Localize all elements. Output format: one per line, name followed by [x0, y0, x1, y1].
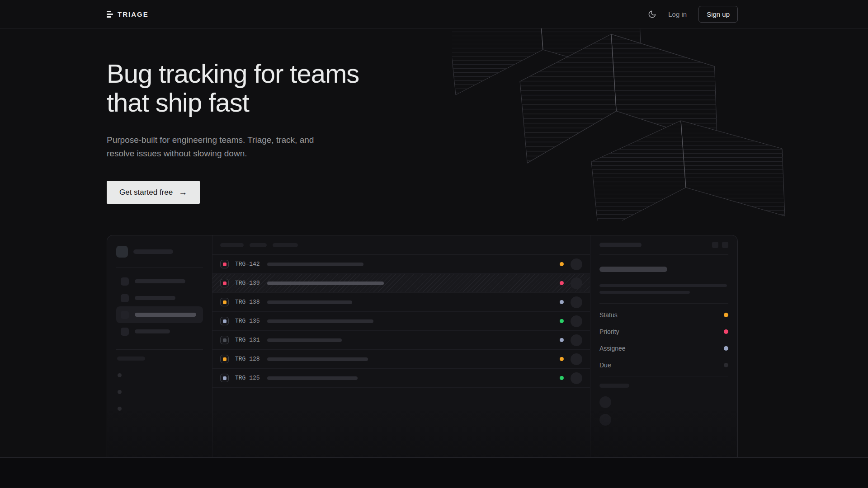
property-label: Priority — [599, 328, 619, 335]
hero-title-line2: that ship fast — [107, 88, 249, 117]
issue-avatar — [571, 372, 582, 384]
sidebar-dot-skeleton — [118, 407, 122, 411]
issue-row: TRG–142 — [212, 255, 590, 274]
issue-avatar — [571, 296, 582, 308]
brand-name: TRIAGE — [118, 10, 149, 18]
issue-status-dot — [560, 300, 564, 304]
issue-avatar — [571, 258, 582, 270]
get-started-label: Get started free — [119, 188, 173, 197]
issue-type-icon — [220, 279, 229, 287]
arrow-right-icon: → — [179, 188, 187, 197]
issue-status-dot — [560, 376, 564, 380]
detail-property-row: Assignee — [599, 340, 728, 357]
detail-issue-title-skeleton — [599, 267, 667, 272]
issue-title-skeleton — [267, 263, 363, 266]
detail-action-button-skeleton — [712, 242, 718, 248]
sidebar-logo-bar — [133, 249, 173, 254]
mockup-sidebar — [107, 235, 212, 458]
issue-status-dot — [560, 338, 564, 342]
hero-subtitle-line2: resolve issues without slowing down. — [107, 149, 247, 158]
divider — [599, 303, 728, 304]
issue-row: TRG–125 — [212, 369, 590, 388]
issue-status-dot — [560, 262, 564, 266]
issue-list: TRG–142 TRG–139 TRG–138 TRG–135 TRG–131 — [212, 235, 590, 458]
divider — [116, 267, 203, 267]
landing-page: TRIAGE Log in Sign up — [0, 0, 868, 488]
tab-skeleton — [273, 243, 298, 247]
issue-status-dot — [560, 357, 564, 361]
divider — [599, 376, 728, 376]
issue-title-skeleton — [267, 319, 373, 323]
hero-subtitle: Purpose-built for engineering teams. Tri… — [107, 133, 738, 160]
issue-id: TRG–142 — [235, 261, 261, 267]
issue-id: TRG–125 — [235, 375, 261, 381]
moon-icon — [648, 10, 656, 19]
sidebar-menu-skeleton — [116, 273, 203, 340]
issue-list-tabs-skeleton — [212, 235, 590, 255]
signup-button[interactable]: Sign up — [698, 6, 738, 23]
app-mockup: TRG–142 TRG–139 TRG–138 TRG–135 TRG–131 — [107, 235, 738, 458]
issue-row: TRG–138 — [212, 293, 590, 312]
issue-detail-panel: Status Priority Assignee Due — [590, 235, 737, 458]
sidebar-item-skeleton — [116, 290, 203, 306]
issue-title-skeleton — [267, 282, 384, 285]
issue-id: TRG–135 — [235, 318, 261, 324]
hero-subtitle-line1: Purpose-built for engineering teams. Tri… — [107, 135, 314, 145]
page-footer — [0, 458, 868, 488]
issue-type-icon — [220, 260, 229, 268]
issue-avatar — [571, 277, 582, 289]
property-value-dot — [724, 363, 728, 367]
divider — [116, 349, 203, 350]
issue-title-skeleton — [267, 338, 342, 342]
login-link[interactable]: Log in — [668, 10, 687, 18]
property-value-dot — [724, 313, 728, 317]
issue-row: TRG–131 — [212, 331, 590, 350]
issue-id: TRG–128 — [235, 356, 261, 362]
sidebar-logo-square — [116, 246, 128, 258]
issue-row: TRG–139 — [212, 274, 590, 293]
sidebar-item-skeleton — [116, 273, 203, 290]
tab-skeleton — [250, 243, 267, 247]
property-value-dot — [724, 346, 728, 351]
brand[interactable]: TRIAGE — [107, 10, 149, 18]
sidebar-section-label-skeleton — [117, 357, 145, 361]
triage-logo-icon — [107, 11, 113, 18]
issue-id: TRG–138 — [235, 299, 261, 305]
hero-title-line1: Bug tracking for teams — [107, 59, 359, 88]
issue-title-skeleton — [267, 357, 368, 361]
sidebar-logo-skeleton — [116, 246, 203, 258]
issue-avatar — [571, 334, 582, 346]
issue-row: TRG–128 — [212, 350, 590, 369]
hero-title: Bug tracking for teams that ship fast — [107, 59, 738, 117]
issue-status-dot — [560, 281, 564, 285]
detail-properties: Status Priority Assignee Due — [599, 306, 728, 373]
issue-row: TRG–135 — [212, 312, 590, 331]
detail-property-row: Status — [599, 306, 728, 323]
theme-toggle-button[interactable] — [648, 10, 656, 19]
detail-avatar-skeleton — [599, 414, 611, 426]
detail-action-button-skeleton — [722, 242, 728, 248]
issue-title-skeleton — [267, 376, 358, 380]
detail-property-row: Priority — [599, 323, 728, 340]
property-value-dot — [724, 329, 728, 334]
issue-avatar — [571, 353, 582, 365]
issue-title-skeleton — [267, 300, 352, 304]
issue-type-icon — [220, 298, 229, 306]
issue-type-icon — [220, 336, 229, 344]
detail-title-bar-skeleton — [599, 243, 642, 247]
issue-type-icon — [220, 374, 229, 382]
get-started-button[interactable]: Get started free → — [107, 181, 200, 204]
issue-rows: TRG–142 TRG–139 TRG–138 TRG–135 TRG–131 — [212, 255, 590, 388]
issue-type-icon — [220, 317, 229, 325]
sidebar-dot-skeleton — [118, 373, 122, 377]
detail-description-skeleton — [599, 291, 690, 294]
navbar: TRIAGE Log in Sign up — [0, 0, 868, 28]
detail-section-label-skeleton — [599, 384, 629, 388]
detail-actions — [712, 242, 728, 248]
property-label: Status — [599, 311, 618, 319]
tab-skeleton — [220, 243, 244, 247]
sidebar-item-skeleton-active — [116, 306, 203, 323]
hero-section: Bug tracking for teams that ship fast Pu… — [0, 28, 868, 458]
issue-id: TRG–139 — [235, 280, 261, 286]
property-label: Assignee — [599, 345, 626, 352]
